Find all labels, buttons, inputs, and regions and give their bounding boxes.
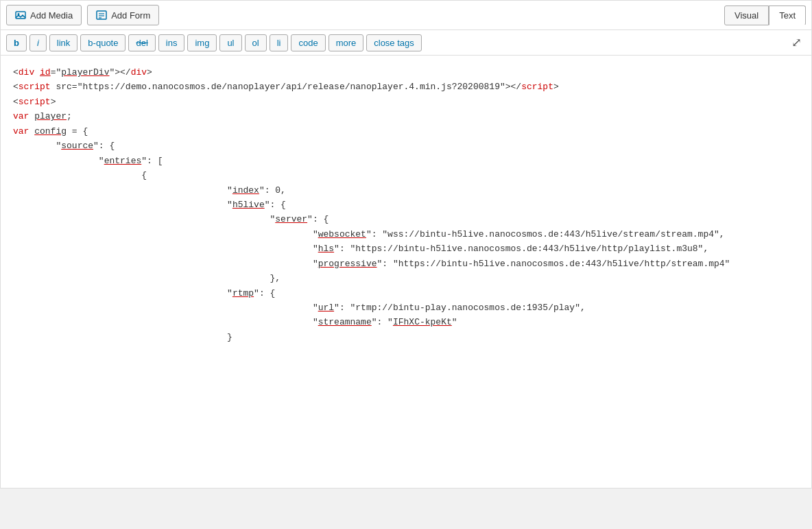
ul-button[interactable]: ul <box>219 34 241 51</box>
code-line-16: "rtmp": { <box>13 288 275 298</box>
code-line-2: <script src="https://demo.nanocosmos.de/… <box>13 82 559 92</box>
bold-button[interactable]: b <box>6 34 27 51</box>
img-button[interactable]: img <box>187 34 217 51</box>
ins-button[interactable]: ins <box>158 34 185 51</box>
code-line-7: "entries": [ <box>13 156 163 166</box>
more-button[interactable]: more <box>329 34 364 51</box>
view-toggle: Visual Text <box>724 5 806 25</box>
add-form-label: Add Form <box>111 10 150 21</box>
expand-icon: ⤢ <box>791 36 802 49</box>
form-icon <box>96 10 107 21</box>
visual-button[interactable]: Visual <box>724 5 769 25</box>
italic-button[interactable]: i <box>29 34 47 51</box>
code-line-10: "h5live": { <box>13 200 286 210</box>
add-form-button[interactable]: Add Form <box>87 5 159 25</box>
code-line-19: } <box>13 332 232 342</box>
media-icon <box>15 10 26 21</box>
code-line-11: "server": { <box>13 214 329 224</box>
li-button[interactable]: li <box>270 34 289 51</box>
format-buttons: b i link b-quote del ins img ul ol li co… <box>6 34 422 51</box>
close-tags-button[interactable]: close tags <box>366 34 422 51</box>
code-line-4: var player; <box>13 111 72 121</box>
add-media-button[interactable]: Add Media <box>6 5 82 25</box>
code-line-8: { <box>13 170 147 180</box>
code-line-3: <script> <box>13 97 56 107</box>
top-toolbar-left: Add Media Add Form <box>6 5 159 25</box>
code-line-12: "websocket": "wss://bintu-h5live.nanocos… <box>13 229 725 239</box>
code-line-17: "url": "rtmp://bintu-play.nanocosmos.de:… <box>13 303 586 313</box>
code-line-6: "source": { <box>13 141 115 151</box>
code-line-1: <div id="playerDiv"></div> <box>13 67 152 78</box>
code-line-13: "hls": "https://bintu-h5live.nanocosmos.… <box>13 244 708 254</box>
editor-container: Add Media Add Form Visual Text <box>0 0 812 489</box>
code-line-14: "progressive": "https://bintu-h5live.nan… <box>13 259 730 269</box>
code-line-5: var config = { <box>13 126 88 137</box>
format-toolbar: b i link b-quote del ins img ul ol li co… <box>1 30 811 56</box>
code-line-9: "index": 0, <box>13 185 286 196</box>
code-button[interactable]: code <box>291 34 325 51</box>
bquote-button[interactable]: b-quote <box>80 34 126 51</box>
code-line-15: }, <box>13 273 280 283</box>
expand-button[interactable]: ⤢ <box>787 34 806 51</box>
add-media-label: Add Media <box>30 10 73 21</box>
text-button[interactable]: Text <box>769 5 806 25</box>
link-button[interactable]: link <box>49 34 78 51</box>
code-editor[interactable]: <div id="playerDiv"></div> <script src="… <box>1 56 811 488</box>
code-line-18: "streamname": "IFhXC-kpeKt" <box>13 317 457 327</box>
top-toolbar: Add Media Add Form Visual Text <box>1 1 811 30</box>
ol-button[interactable]: ol <box>245 34 267 51</box>
del-button[interactable]: del <box>128 34 155 51</box>
